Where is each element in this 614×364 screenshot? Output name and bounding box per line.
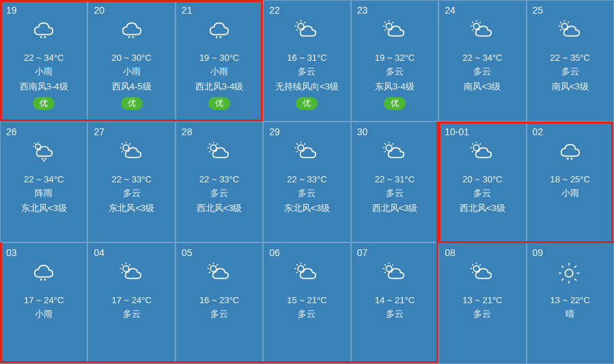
temperature-range: 22 ~ 35°C	[550, 53, 590, 63]
forecast-cell[interactable]: 0615 ~ 21°C多云优	[263, 242, 350, 364]
day-label: 05	[182, 247, 193, 258]
day-label: 03	[6, 247, 17, 258]
condition-label: 小雨	[35, 66, 53, 78]
partly-cloudy-icon	[381, 139, 408, 166]
partly-cloudy-icon	[118, 260, 145, 287]
wind-label: 西北风<3级	[460, 202, 505, 214]
condition-label: 多云	[561, 66, 579, 78]
forecast-cell[interactable]: 0913 ~ 22°C晴优	[527, 242, 614, 364]
light-rain-icon	[557, 139, 584, 166]
day-label: 02	[533, 126, 544, 137]
temperature-range: 22 ~ 33°C	[111, 174, 151, 184]
forecast-cell[interactable]: 3022 ~ 31°C多云西北风<3级优	[351, 122, 438, 243]
temperature-range: 22 ~ 34°C	[462, 53, 502, 63]
temperature-range: 22 ~ 33°C	[287, 174, 326, 184]
partly-cloudy-icon	[469, 139, 496, 166]
light-rain-icon	[206, 17, 233, 44]
wind-label: 西北风<3级	[372, 202, 418, 214]
partly-cloudy-icon	[557, 17, 584, 44]
condition-label: 多云	[386, 308, 404, 320]
temperature-range: 22 ~ 34°C	[24, 174, 64, 184]
forecast-cell[interactable]: 0813 ~ 21°C多云优	[438, 242, 526, 364]
condition-label: 多云	[210, 308, 228, 320]
temperature-range: 19 ~ 32°C	[375, 53, 415, 63]
wind-label: 东北风<3级	[21, 202, 67, 214]
day-label: 08	[445, 247, 456, 258]
day-label: 23	[357, 5, 368, 16]
forecast-grid: 1922 ~ 34°C小雨西南风3-4级优2020 ~ 30°C小雨西风4-5级…	[0, 0, 614, 364]
condition-label: 小雨	[561, 187, 579, 199]
partly-cloudy-icon	[381, 17, 408, 44]
day-label: 09	[533, 247, 544, 258]
wind-label: 西北风3-4级	[195, 81, 244, 93]
forecast-cell[interactable]: 0317 ~ 24°C小雨优	[0, 242, 87, 364]
condition-label: 小雨	[123, 66, 141, 78]
temperature-range: 16 ~ 23°C	[199, 295, 239, 305]
light-rain-icon	[30, 17, 57, 44]
forecast-cell[interactable]: 1922 ~ 34°C小雨西南风3-4级优	[0, 0, 87, 122]
forecast-cell[interactable]: 0714 ~ 21°C多云优	[351, 242, 438, 364]
day-label: 22	[269, 5, 280, 16]
partly-cloudy-icon	[293, 139, 320, 166]
condition-label: 小雨	[210, 66, 228, 78]
forecast-cell[interactable]: 2422 ~ 34°C多云南风<3级优	[438, 0, 526, 122]
partly-cloudy-icon	[293, 17, 320, 44]
temperature-range: 22 ~ 34°C	[24, 53, 64, 63]
wind-label: 东北风<3级	[109, 202, 154, 214]
forecast-cell[interactable]: 2522 ~ 35°C多云南风<3级优	[527, 0, 614, 122]
condition-label: 多云	[298, 187, 316, 199]
air-quality-badge: 优	[121, 97, 143, 110]
wind-label: 西风4-5级	[112, 81, 152, 93]
forecast-cell[interactable]: 2822 ~ 33°C多云西北风<3级优	[176, 122, 263, 243]
day-label: 30	[357, 126, 368, 137]
temperature-range: 20 ~ 30°C	[462, 174, 502, 184]
temperature-range: 22 ~ 33°C	[199, 174, 239, 184]
day-label: 06	[269, 247, 280, 258]
partly-cloudy-icon	[381, 260, 408, 287]
partly-cloudy-icon	[469, 17, 496, 44]
condition-label: 晴	[566, 308, 574, 320]
wind-label: 南风<3级	[464, 81, 501, 93]
day-label: 04	[94, 247, 104, 258]
forecast-cell[interactable]: 0417 ~ 24°C多云优	[87, 242, 175, 364]
condition-label: 多云	[386, 187, 404, 199]
forecast-cell[interactable]: 2922 ~ 33°C多云东北风<3级优	[263, 122, 350, 243]
forecast-cell[interactable]: 2319 ~ 32°C多云东风3-4级优	[351, 0, 438, 122]
temperature-range: 22 ~ 31°C	[375, 174, 415, 184]
condition-label: 小雨	[35, 308, 53, 320]
temperature-range: 18 ~ 25°C	[550, 174, 590, 184]
forecast-cell[interactable]: 0516 ~ 23°C多云优	[176, 242, 263, 364]
forecast-cell[interactable]: 2119 ~ 30°C小雨西北风3-4级优	[176, 0, 263, 122]
forecast-cell[interactable]: 2722 ~ 33°C多云东北风<3级优	[87, 122, 175, 243]
forecast-cell[interactable]: 2216 ~ 31°C多云无持续风向<3级优	[263, 0, 350, 122]
forecast-cell[interactable]: 0218 ~ 25°C小雨优	[527, 122, 614, 243]
temperature-range: 15 ~ 21°C	[287, 295, 326, 305]
forecast-cell[interactable]: 2622 ~ 34°C阵雨东北风<3级优	[0, 122, 87, 243]
condition-label: 多云	[473, 187, 491, 199]
air-quality-badge: 优	[33, 97, 55, 110]
temperature-range: 13 ~ 21°C	[462, 295, 502, 305]
air-quality-badge: 优	[296, 97, 318, 110]
partly-cloudy-icon	[469, 260, 496, 287]
temperature-range: 17 ~ 24°C	[111, 295, 151, 305]
sunny-icon	[557, 260, 584, 287]
wind-label: 西南风3-4级	[20, 81, 68, 93]
condition-label: 多云	[386, 66, 404, 78]
day-label: 10-01	[445, 126, 469, 137]
partly-cloudy-icon	[293, 260, 320, 287]
forecast-cell[interactable]: 2020 ~ 30°C小雨西风4-5级优	[87, 0, 175, 122]
temperature-range: 16 ~ 31°C	[287, 53, 326, 63]
temperature-range: 13 ~ 22°C	[550, 295, 590, 305]
day-label: 07	[357, 247, 368, 258]
condition-label: 多云	[210, 187, 228, 199]
condition-label: 多云	[473, 66, 491, 78]
condition-label: 多云	[123, 187, 141, 199]
day-label: 24	[445, 5, 456, 16]
day-label: 29	[269, 126, 280, 137]
condition-label: 多云	[298, 308, 316, 320]
temperature-range: 14 ~ 21°C	[375, 295, 415, 305]
wind-label: 无持续风向<3级	[275, 81, 339, 93]
shower-icon	[30, 139, 57, 166]
forecast-cell[interactable]: 10-0120 ~ 30°C多云西北风<3级优	[438, 122, 526, 243]
condition-label: 多云	[473, 308, 491, 320]
